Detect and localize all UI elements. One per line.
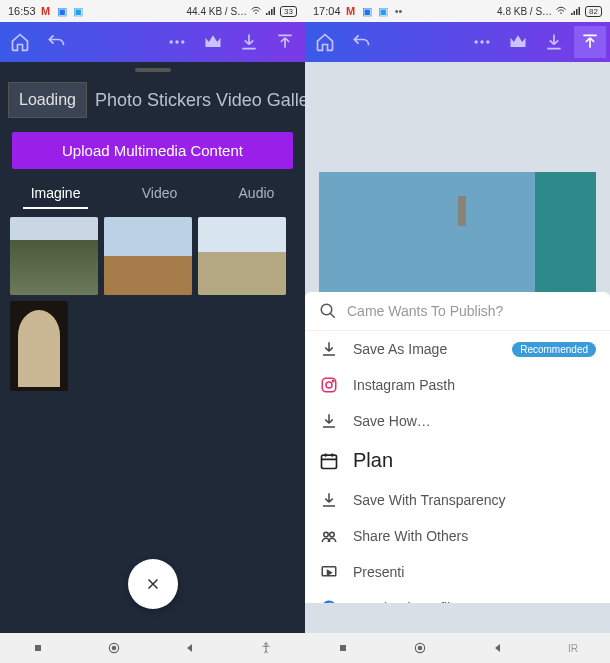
download-icon [319, 339, 339, 359]
facebook-icon [319, 598, 339, 603]
status-bar: 17:04 M ▣ ▣ •• 4.8 KB / S… 82 [305, 0, 610, 22]
status-time: 17:04 [313, 5, 341, 17]
share-people-icon [319, 526, 339, 546]
thumbnail-grid [0, 209, 305, 399]
nav-back-icon[interactable] [184, 642, 196, 654]
crown-icon[interactable] [203, 32, 223, 52]
svg-point-18 [322, 601, 337, 604]
battery-icon: 82 [585, 6, 602, 17]
wifi-icon [555, 5, 567, 17]
tab-image[interactable]: Imagine [21, 181, 91, 209]
thumbnail[interactable] [10, 301, 68, 391]
share-option-label: Facebook Profilos [353, 600, 465, 603]
category-tabs: Loading Photo Stickers Video Galle [0, 76, 305, 124]
download-icon[interactable] [239, 32, 259, 52]
facebook-icon: ▣ [361, 5, 373, 17]
editor-canvas: Came Wants To Publish? Save As ImageReco… [305, 62, 610, 633]
app-toolbar [305, 22, 610, 62]
recommended-badge: Recommended [512, 342, 596, 357]
gmail-icon: M [40, 5, 52, 17]
media-type-tabs: Imagine Video Audio [0, 177, 305, 209]
status-bar: 16:53 M ▣ ▣ 44.4 KB / S… 33 [0, 0, 305, 22]
share-option[interactable]: Save With Transparency [305, 482, 610, 518]
signal-icon [265, 5, 277, 17]
undo-icon[interactable] [351, 32, 371, 52]
share-options-list: Save As ImageRecommendedInstagram PasthS… [305, 331, 610, 603]
share-option-label: Presenti [353, 564, 404, 580]
share-option-label: Share With Others [353, 528, 468, 544]
share-icon[interactable] [574, 26, 606, 58]
more-icon[interactable] [472, 32, 492, 52]
svg-rect-3 [35, 645, 41, 651]
drag-handle[interactable] [135, 68, 171, 72]
svg-point-6 [265, 643, 267, 645]
home-icon[interactable] [10, 32, 30, 52]
share-icon[interactable] [275, 32, 295, 52]
share-option[interactable]: Presenti [305, 554, 610, 590]
loading-tab[interactable]: Loading [8, 82, 87, 118]
svg-point-2 [181, 40, 184, 43]
home-icon[interactable] [315, 32, 335, 52]
svg-point-12 [326, 382, 332, 388]
svg-point-9 [486, 40, 489, 43]
gmail-icon: M [345, 5, 357, 17]
share-option-label: Save With Transparency [353, 492, 506, 508]
download-icon[interactable] [544, 32, 564, 52]
share-option[interactable]: Instagram Pasth [305, 367, 610, 403]
download-icon [319, 490, 339, 510]
share-option[interactable]: Facebook Profilos [305, 590, 610, 603]
category-labels[interactable]: Photo Stickers Video Galle [95, 90, 305, 111]
calendar-icon [319, 451, 339, 471]
share-option-label: Instagram Pasth [353, 377, 455, 393]
search-row[interactable]: Came Wants To Publish? [305, 292, 610, 331]
tab-audio[interactable]: Audio [229, 181, 285, 209]
nav-home-icon[interactable] [107, 641, 121, 655]
svg-point-23 [419, 646, 423, 650]
battery-icon: 33 [280, 6, 297, 17]
share-option[interactable]: Save As ImageRecommended [305, 331, 610, 367]
nav-accessibility-icon[interactable] [259, 641, 273, 655]
close-button[interactable] [128, 559, 178, 609]
share-option-label: Plan [353, 449, 393, 472]
nav-back-icon[interactable] [492, 642, 504, 654]
network-speed: 4.8 KB / S… [497, 6, 552, 17]
network-speed: 44.4 KB / S… [187, 6, 248, 17]
svg-point-0 [170, 40, 173, 43]
share-option[interactable]: Share With Others [305, 518, 610, 554]
crown-icon[interactable] [508, 32, 528, 52]
search-placeholder: Came Wants To Publish? [347, 303, 503, 319]
wifi-icon [250, 5, 262, 17]
nav-home-icon[interactable] [413, 641, 427, 655]
nav-ir-label[interactable]: IR [568, 643, 578, 654]
thumbnail[interactable] [10, 217, 98, 295]
search-icon [319, 302, 337, 320]
download-icon [319, 411, 339, 431]
svg-point-1 [175, 40, 178, 43]
svg-point-8 [480, 40, 483, 43]
dots-icon: •• [393, 5, 405, 17]
nav-recent-icon[interactable] [32, 642, 44, 654]
share-sheet: Came Wants To Publish? Save As ImageReco… [305, 292, 610, 603]
share-option[interactable]: Plan [305, 439, 610, 482]
instagram-icon [319, 375, 339, 395]
svg-point-13 [332, 380, 334, 382]
tab-video[interactable]: Video [132, 181, 188, 209]
system-nav: IR [305, 633, 610, 663]
app-icon: ▣ [72, 5, 84, 17]
right-screenshot: 17:04 M ▣ ▣ •• 4.8 KB / S… 82 [305, 0, 610, 663]
svg-rect-14 [322, 455, 337, 468]
nav-recent-icon[interactable] [337, 642, 349, 654]
undo-icon[interactable] [46, 32, 66, 52]
svg-rect-21 [340, 645, 346, 651]
thumbnail[interactable] [104, 217, 192, 295]
svg-point-15 [324, 532, 329, 537]
canvas-preview[interactable] [319, 172, 596, 292]
asset-panel: Loading Photo Stickers Video Galle Uploa… [0, 62, 305, 633]
svg-point-16 [330, 532, 335, 537]
facebook-icon: ▣ [56, 5, 68, 17]
upload-button[interactable]: Upload Multimedia Content [12, 132, 293, 169]
more-icon[interactable] [167, 32, 187, 52]
share-option-label: Save As Image [353, 341, 447, 357]
thumbnail[interactable] [198, 217, 286, 295]
share-option[interactable]: Save How… [305, 403, 610, 439]
